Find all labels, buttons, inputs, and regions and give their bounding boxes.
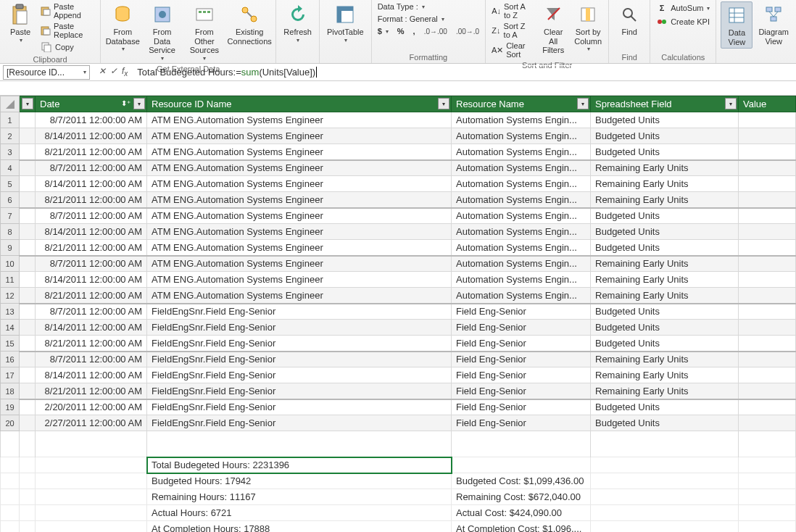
cell-resource-name[interactable]: Automation Systems Engin... [452, 224, 591, 240]
cell[interactable] [20, 288, 36, 304]
cell[interactable] [20, 415, 36, 431]
row-header[interactable]: 16 [1, 352, 20, 367]
cell-field[interactable]: Remaining Early Units [591, 176, 739, 192]
copy-button[interactable]: Copy [39, 41, 96, 54]
increase-decimal-button[interactable]: .0→.00 [423, 26, 449, 36]
cell-value[interactable] [739, 192, 796, 208]
cell-date[interactable]: 8/21/2011 12:00:00 AM [36, 383, 147, 399]
cell[interactable] [20, 304, 36, 320]
filter-icon[interactable]: ▾ [577, 98, 589, 109]
column-header-value[interactable]: Value [739, 96, 796, 112]
row-header[interactable]: 13 [1, 304, 20, 320]
cell-date[interactable]: 2/20/2011 12:00:00 AM [36, 399, 147, 415]
from-database-button[interactable]: FromDatabase▾ [105, 1, 140, 54]
percent-format-button[interactable]: % [396, 26, 406, 36]
cell-value[interactable] [739, 383, 796, 399]
cell-field[interactable]: Budgeted Units [591, 224, 739, 240]
existing-connections-button[interactable]: ExistingConnections [228, 1, 271, 47]
cell-resource-id[interactable]: FieldEngSnr.Field Eng-Senior [147, 336, 452, 352]
cell-date[interactable]: 8/14/2011 12:00:00 AM [36, 320, 147, 336]
cell-value[interactable] [739, 112, 796, 128]
pivottable-button[interactable]: PivotTable▾ [324, 1, 367, 45]
cell-resource-name[interactable]: Field Eng-Senior [452, 320, 591, 336]
cell-resource-name[interactable]: Field Eng-Senior [452, 304, 591, 320]
cell-field[interactable]: Budgeted Units [591, 240, 739, 256]
measure-cell[interactable]: Remaining Hours: 11167 [147, 489, 452, 505]
cell-field[interactable]: Remaining Early Units [591, 352, 739, 367]
cell-resource-name[interactable]: Field Eng-Senior [452, 415, 591, 431]
autosum-button[interactable]: ΣAutoSum▾ [655, 1, 711, 14]
cell-date[interactable]: 8/21/2011 12:00:00 AM [36, 336, 147, 352]
column-header-resource-name[interactable]: Resource Name▾ [452, 96, 591, 112]
table-row[interactable]: 128/21/2011 12:00:00 AMATM ENG.Automatio… [1, 288, 796, 304]
cell-resource-id[interactable]: FieldEngSnr.Field Eng-Senior [147, 383, 452, 399]
cell-resource-name[interactable]: Automation Systems Engin... [452, 288, 591, 304]
cell[interactable] [20, 399, 36, 415]
measure-cell[interactable]: Actual Cost: $424,090.00 [452, 505, 591, 521]
cell-date[interactable]: 8/14/2011 12:00:00 AM [36, 272, 147, 288]
cell-date[interactable]: 8/7/2011 12:00:00 AM [36, 304, 147, 320]
cell-value[interactable] [739, 304, 796, 320]
cell-value[interactable] [739, 144, 796, 160]
cell-resource-name[interactable]: Automation Systems Engin... [452, 272, 591, 288]
measure-cell[interactable]: At Completion Hours: 17888 [147, 521, 452, 533]
cell[interactable] [20, 336, 36, 352]
cell-value[interactable] [739, 128, 796, 144]
measure-cell-total[interactable]: Total Budegeted Hours: 2231396 [147, 457, 452, 473]
cell-value[interactable] [739, 272, 796, 288]
cell-resource-name[interactable]: Field Eng-Senior [452, 336, 591, 352]
cell[interactable] [20, 160, 36, 176]
cell-value[interactable] [739, 208, 796, 224]
create-kpi-button[interactable]: Create KPI [655, 15, 711, 28]
cell[interactable] [20, 192, 36, 208]
row-header[interactable]: 6 [1, 192, 20, 208]
measure-cell[interactable]: Remaining Cost: $672,040.00 [452, 489, 591, 505]
sort-za-button[interactable]: Z↓Sort Z to A [490, 21, 534, 40]
table-row[interactable]: 38/21/2011 12:00:00 AMATM ENG.Automation… [1, 144, 796, 160]
cell-field[interactable]: Remaining Early Units [591, 272, 739, 288]
cell-field[interactable]: Budgeted Units [591, 336, 739, 352]
cell-resource-id[interactable]: FieldEngSnr.Field Eng-Senior [147, 415, 452, 431]
cell-date[interactable]: 8/14/2011 12:00:00 AM [36, 367, 147, 383]
table-row[interactable]: 58/14/2011 12:00:00 AMATM ENG.Automation… [1, 176, 796, 192]
row-header[interactable]: 2 [1, 128, 20, 144]
cell-resource-id[interactable]: FieldEngSnr.Field Eng-Senior [147, 320, 452, 336]
cell-resource-id[interactable]: FieldEngSnr.Field Eng-Senior [147, 367, 452, 383]
row-header[interactable]: 19 [1, 399, 20, 415]
row-header[interactable]: 5 [1, 176, 20, 192]
cell-resource-id[interactable]: ATM ENG.Automation Systems Engineer [147, 112, 452, 128]
cell-field[interactable]: Remaining Early Units [591, 160, 739, 176]
cell-field[interactable]: Budgeted Units [591, 208, 739, 224]
table-row[interactable]: 158/21/2011 12:00:00 AMFieldEngSnr.Field… [1, 336, 796, 352]
row-header[interactable]: 10 [1, 256, 20, 272]
table-row[interactable]: 148/14/2011 12:00:00 AMFieldEngSnr.Field… [1, 320, 796, 336]
cell-date[interactable]: 2/27/2011 12:00:00 AM [36, 415, 147, 431]
row-header[interactable]: 8 [1, 224, 20, 240]
cancel-formula-button[interactable]: ✕ [99, 66, 106, 78]
measure-cell[interactable]: Actual Hours: 6721 [147, 505, 452, 521]
cell-field[interactable]: Remaining Early Units [591, 367, 739, 383]
paste-button[interactable]: Paste ▾ [4, 1, 36, 45]
table-row[interactable]: 48/7/2011 12:00:00 AMATM ENG.Automation … [1, 160, 796, 176]
cell-resource-name[interactable]: Automation Systems Engin... [452, 144, 591, 160]
column-header-spreadsheet-field[interactable]: Spreadsheet Field▾ [591, 96, 739, 112]
sort-by-column-button[interactable]: Sort byColumn▾ [572, 1, 604, 54]
cell-resource-id[interactable]: ATM ENG.Automation Systems Engineer [147, 160, 452, 176]
cell-date[interactable]: 8/14/2011 12:00:00 AM [36, 128, 147, 144]
column-header-resource-id[interactable]: Resource ID Name▾ [147, 96, 452, 112]
cell-resource-id[interactable]: ATM ENG.Automation Systems Engineer [147, 256, 452, 272]
measure-cell[interactable]: Budgeted Hours: 17942 [147, 473, 452, 489]
table-row[interactable]: 18/7/2011 12:00:00 AMATM ENG.Automation … [1, 112, 796, 128]
cell-resource-id[interactable]: ATM ENG.Automation Systems Engineer [147, 192, 452, 208]
paste-replace-button[interactable]: Paste Replace [39, 21, 96, 40]
cell-date[interactable]: 8/7/2011 12:00:00 AM [36, 112, 147, 128]
cell-resource-id[interactable]: ATM ENG.Automation Systems Engineer [147, 224, 452, 240]
table-row[interactable]: 202/27/2011 12:00:00 AMFieldEngSnr.Field… [1, 415, 796, 431]
row-header[interactable]: 14 [1, 320, 20, 336]
cell-value[interactable] [739, 415, 796, 431]
row-header[interactable]: 17 [1, 367, 20, 383]
cell-date[interactable]: 8/21/2011 12:00:00 AM [36, 240, 147, 256]
cell-resource-name[interactable]: Automation Systems Engin... [452, 192, 591, 208]
cell[interactable] [20, 208, 36, 224]
clear-all-filters-button[interactable]: Clear AllFilters [537, 1, 569, 57]
